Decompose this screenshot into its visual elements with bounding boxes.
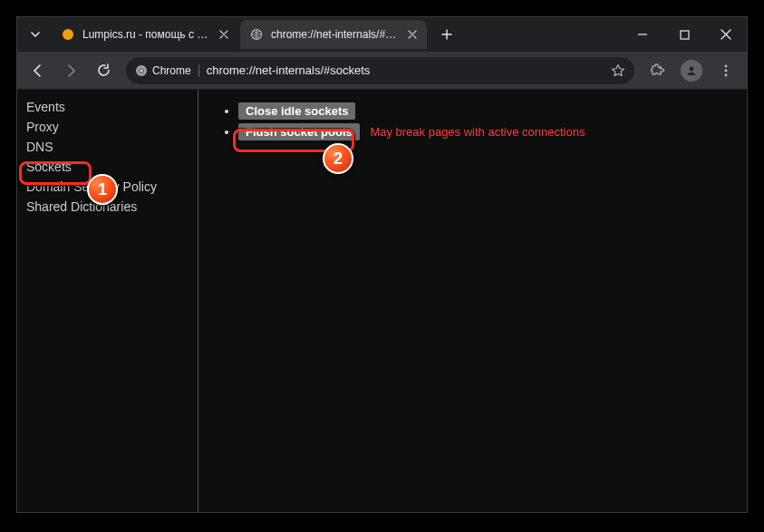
tab-net-internals[interactable]: chrome://net-internals/#sockets [240, 20, 427, 49]
sidebar-item-shared-dictionaries[interactable]: Shared Dictionaries [17, 197, 198, 217]
omnibox-url: chrome://net-internals/#sockets [207, 63, 604, 77]
omnibox[interactable]: Chrome chrome://net-internals/#sockets [126, 57, 634, 84]
favicon-globe-icon [249, 27, 264, 42]
svg-point-8 [725, 69, 728, 72]
avatar-icon [681, 60, 702, 82]
omnibox-chip-label: Chrome [152, 64, 191, 77]
sidebar-item-proxy[interactable]: Proxy [17, 117, 198, 137]
svg-point-9 [725, 73, 728, 76]
list-item: Flush socket pools May break pages with … [238, 123, 727, 140]
favicon-orange-icon [61, 27, 75, 42]
main-panel: Close idle sockets Flush socket pools Ma… [198, 90, 747, 512]
window-maximize-button[interactable] [663, 17, 705, 52]
flush-socket-pools-button[interactable]: Flush socket pools [238, 123, 360, 140]
reload-button[interactable] [88, 55, 119, 86]
svg-point-5 [140, 69, 143, 73]
close-idle-sockets-button[interactable]: Close idle sockets [238, 102, 355, 120]
window-close-button[interactable] [705, 17, 747, 52]
sidebar-item-sockets[interactable]: Sockets [17, 157, 198, 177]
sidebar-item-dns[interactable]: DNS [17, 137, 198, 157]
socket-action-list: Close idle sockets Flush socket pools Ma… [218, 102, 727, 140]
sidebar-item-events[interactable]: Events [17, 97, 198, 117]
tab-title: Lumpics.ru - помощь с компь [82, 28, 209, 41]
list-item: Close idle sockets [238, 102, 727, 120]
window-minimize-button[interactable] [622, 17, 663, 52]
page-content: Events Proxy DNS Sockets Domain Security… [17, 90, 747, 512]
forward-button[interactable] [55, 55, 86, 86]
tab-strip: Lumpics.ru - помощь с компь chrome://net… [17, 17, 747, 52]
sidebar-item-domain-security[interactable]: Domain Security Policy [17, 177, 198, 197]
window-controls [622, 17, 747, 52]
flush-warning-text: May break pages with active connections [370, 125, 585, 139]
omnibox-chrome-chip: Chrome [135, 64, 199, 77]
tab-close-icon[interactable] [217, 27, 231, 42]
svg-point-6 [690, 66, 694, 71]
toolbar-right [642, 55, 741, 86]
tab-title: chrome://net-internals/#sockets [271, 28, 398, 41]
menu-button[interactable] [711, 55, 741, 86]
tab-lumpics[interactable]: Lumpics.ru - помощь с компь [52, 20, 238, 49]
sidebar: Events Proxy DNS Sockets Domain Security… [17, 90, 198, 512]
svg-rect-2 [681, 31, 689, 39]
back-button[interactable] [23, 55, 53, 86]
svg-point-7 [725, 64, 728, 67]
tabs-dropdown-button[interactable] [23, 22, 48, 47]
browser-window: Lumpics.ru - помощь с компь chrome://net… [16, 16, 748, 513]
new-tab-button[interactable] [434, 22, 459, 47]
profile-button[interactable] [676, 55, 707, 86]
tab-close-icon[interactable] [405, 27, 420, 42]
extensions-button[interactable] [642, 55, 672, 86]
svg-point-0 [63, 29, 73, 40]
toolbar: Chrome chrome://net-internals/#sockets [17, 52, 747, 90]
bookmark-star-icon[interactable] [611, 63, 625, 78]
chrome-icon [135, 64, 148, 77]
